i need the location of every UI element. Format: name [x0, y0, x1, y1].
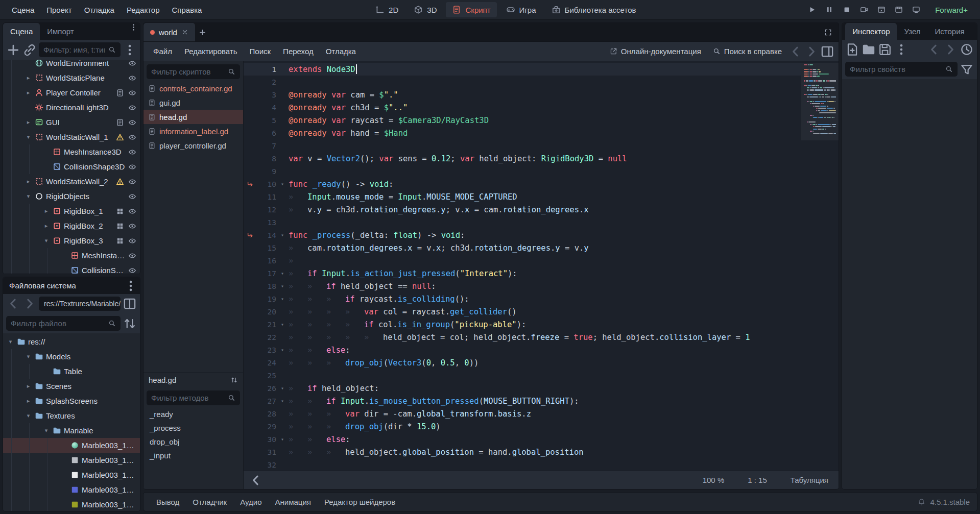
bottom-panel-output[interactable]: Вывод — [151, 495, 185, 509]
script-list-item[interactable]: information_label.gd — [144, 124, 243, 138]
collapse-arrow-icon[interactable]: ▾ — [25, 412, 32, 419]
filesystem-row[interactable]: Marble003_1K-PNG_Dis... — [3, 468, 140, 482]
method-list-item[interactable]: _process — [144, 421, 243, 435]
visibility-icon[interactable] — [128, 148, 136, 156]
expand-arrow-icon[interactable]: ▸ — [25, 89, 32, 96]
script-menu-item[interactable]: Редактировать — [179, 44, 243, 59]
method-list-item[interactable]: _ready — [144, 407, 243, 421]
tab-scene[interactable]: Сцена — [3, 23, 40, 40]
fold-icon[interactable]: ▾ — [276, 322, 289, 327]
notifications-icon[interactable] — [918, 498, 925, 506]
scene-tabs-menu-icon[interactable] — [129, 23, 138, 32]
collapse-arrow-icon[interactable]: ▾ — [25, 134, 32, 140]
script-icon[interactable] — [116, 89, 124, 97]
expand-arrow-icon[interactable]: ▸ — [42, 208, 50, 214]
scene-tree-row[interactable]: ▾WorldStaticWall_1 — [3, 130, 140, 144]
filesystem-row[interactable]: ▸Scenes — [3, 379, 140, 394]
resource-options-icon[interactable] — [894, 42, 909, 57]
scene-tree-row[interactable]: MeshInstance3D — [3, 248, 140, 263]
visibility-icon[interactable] — [128, 222, 136, 230]
override-gutter[interactable] — [244, 181, 257, 188]
property-filter-input[interactable] — [850, 65, 942, 74]
visibility-icon[interactable] — [128, 133, 136, 141]
fold-icon[interactable]: ▾ — [276, 385, 289, 391]
scripts-filter-input[interactable] — [151, 67, 224, 76]
method-list-item[interactable]: _input — [144, 449, 243, 462]
workspace-tab-script[interactable]: Скрипт — [446, 2, 496, 17]
add-node-icon[interactable] — [6, 43, 20, 57]
methods-filter-input[interactable] — [151, 394, 224, 402]
filesystem-row[interactable]: ▾Mariable — [3, 423, 140, 438]
fold-icon[interactable]: ▾ — [276, 347, 289, 353]
filesystem-row[interactable]: Marble003_1K-PNG_No... — [3, 497, 140, 511]
play-button[interactable] — [804, 3, 820, 17]
toggle-panel-icon[interactable] — [820, 44, 834, 59]
visibility-icon[interactable] — [128, 89, 136, 97]
file-filter-input[interactable] — [11, 319, 105, 328]
zoom-level[interactable]: 100 % — [703, 476, 725, 484]
fold-icon[interactable]: ▾ — [276, 283, 289, 289]
history-back-icon[interactable] — [6, 297, 20, 311]
filesystem-row[interactable]: Marble003_1K-PNG_Col... — [3, 453, 140, 468]
script-list-item[interactable]: head.gd — [144, 110, 243, 124]
tab-inspector[interactable]: Инспектор — [845, 23, 897, 40]
script-menu-item[interactable]: Файл — [148, 44, 178, 59]
scene-tree-row[interactable]: CollisionShape3D — [3, 159, 140, 174]
new-resource-icon[interactable] — [845, 42, 859, 57]
collapse-arrow-icon[interactable]: ▾ — [42, 237, 50, 244]
movie-maker-button[interactable] — [856, 3, 872, 17]
warning-icon[interactable] — [116, 133, 124, 141]
visibility-icon[interactable] — [128, 104, 136, 112]
split-view-icon[interactable] — [123, 297, 137, 311]
bottom-panel-debugger[interactable]: Отладчик — [187, 495, 232, 509]
visibility-icon[interactable] — [128, 163, 136, 171]
expand-arrow-icon[interactable]: ▸ — [25, 75, 32, 81]
scene-tree-row[interactable]: DirectionalLight3D — [3, 100, 140, 115]
expand-arrow-icon[interactable]: ▸ — [25, 398, 32, 404]
edit-history-icon[interactable] — [960, 42, 974, 57]
stop-button[interactable] — [839, 3, 854, 17]
visibility-icon[interactable] — [128, 237, 136, 245]
top-menu-item[interactable]: Проект — [41, 3, 77, 17]
filesystem-menu-icon[interactable] — [124, 279, 138, 293]
group-icon[interactable] — [116, 207, 124, 215]
scene-tree-row[interactable]: ▸WorldStaticWall_2 — [3, 174, 140, 189]
script-list-item[interactable]: controls_container.gd — [144, 81, 243, 95]
tab-node[interactable]: Узел — [897, 23, 927, 40]
tab-history[interactable]: История — [927, 23, 971, 40]
fold-icon[interactable]: ▾ — [276, 398, 289, 404]
instance-scene-icon[interactable] — [22, 43, 37, 57]
visibility-icon[interactable] — [128, 178, 136, 186]
scene-tab-world[interactable]: world — [144, 23, 195, 41]
save-resource-icon[interactable] — [878, 42, 892, 57]
scene-tree-row[interactable]: MeshInstance3D — [3, 144, 140, 159]
visibility-icon[interactable] — [128, 118, 136, 127]
expand-arrow-icon[interactable]: ▸ — [25, 383, 32, 389]
play-custom-scene-button[interactable] — [891, 3, 906, 17]
top-menu-item[interactable]: Сцена — [6, 3, 40, 17]
scene-dock-menu-icon[interactable] — [123, 43, 137, 57]
group-icon[interactable] — [116, 237, 124, 245]
scene-tree-row[interactable]: ▸GUI — [3, 115, 140, 130]
close-icon[interactable] — [181, 29, 188, 36]
search-help-button[interactable]: Поиск в справке — [708, 44, 787, 58]
inspector-back-icon[interactable] — [927, 42, 941, 57]
filesystem-row[interactable]: Table — [3, 364, 140, 379]
code-minimap[interactable] — [801, 61, 839, 471]
script-menu-item[interactable]: Переход — [277, 44, 319, 59]
scene-tree-row[interactable]: ▸Player Contoller — [3, 85, 140, 100]
script-menu-item[interactable]: Поиск — [244, 44, 277, 59]
top-menu-item[interactable]: Справка — [166, 3, 208, 17]
game-view-button[interactable] — [908, 3, 924, 17]
fold-icon[interactable]: ▾ — [276, 436, 289, 442]
history-forward-icon[interactable] — [22, 297, 37, 311]
filesystem-row[interactable]: ▾Models — [3, 349, 140, 364]
fold-icon[interactable]: ▾ — [276, 181, 289, 187]
collapse-arrow-icon[interactable]: ▾ — [7, 338, 14, 345]
top-menu-item[interactable]: Редактор — [121, 3, 165, 17]
visibility-icon[interactable] — [128, 74, 136, 82]
renderer-select[interactable]: Forward+ — [929, 3, 974, 17]
workspace-tab-2d[interactable]: 2D — [369, 2, 404, 17]
fold-icon[interactable]: ▾ — [276, 271, 289, 276]
filesystem-row[interactable]: Marble003_1K-PNG.tres — [3, 438, 140, 453]
